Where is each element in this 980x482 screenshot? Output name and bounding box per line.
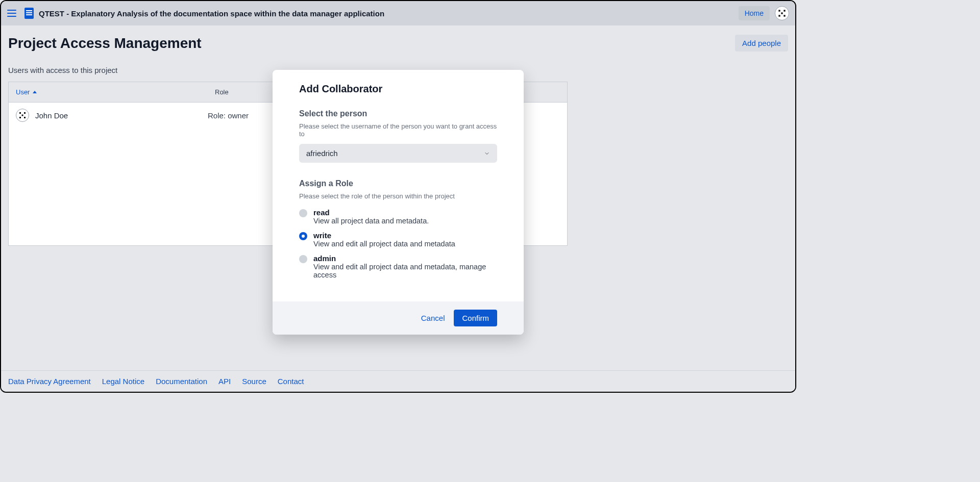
- role-option-read[interactable]: read View all project data and metadata.: [299, 208, 497, 225]
- user-name: John Doe: [35, 111, 68, 120]
- radio-icon[interactable]: [299, 255, 307, 263]
- role-desc: View all project data and metadata.: [313, 217, 429, 225]
- person-section-hint: Please select the username of the person…: [299, 122, 497, 138]
- footer-link[interactable]: Source: [242, 377, 266, 386]
- svg-rect-7: [22, 115, 23, 116]
- chevron-down-icon: [484, 150, 490, 157]
- identicon-icon: [18, 111, 27, 120]
- role-section-hint: Please select the role of the person wit…: [299, 192, 497, 200]
- svg-rect-5: [19, 112, 21, 114]
- svg-rect-2: [781, 12, 782, 14]
- home-button[interactable]: Home: [739, 6, 770, 20]
- footer-link[interactable]: Documentation: [156, 377, 207, 386]
- column-header-user-label: User: [16, 88, 30, 96]
- footer-link[interactable]: API: [218, 377, 231, 386]
- footer-link[interactable]: Contact: [278, 377, 304, 386]
- role-option-admin[interactable]: admin View and edit all project data and…: [299, 254, 497, 279]
- svg-rect-0: [778, 10, 780, 11]
- person-section-label: Select the person: [299, 109, 497, 118]
- role-desc: View and edit all project data and metad…: [313, 240, 455, 248]
- confirm-button[interactable]: Confirm: [454, 310, 497, 326]
- modal-footer: Cancel Confirm: [273, 301, 524, 335]
- document-icon: [24, 8, 34, 19]
- user-role: Role: owner: [208, 111, 249, 120]
- role-desc: View and edit all project data and metad…: [313, 263, 497, 279]
- column-header-user[interactable]: User: [9, 82, 208, 102]
- cancel-button[interactable]: Cancel: [421, 314, 445, 322]
- page-title: Project Access Management: [8, 35, 202, 52]
- user-avatar: [16, 109, 29, 122]
- role-title: admin: [313, 254, 497, 263]
- menu-icon[interactable]: [7, 7, 19, 19]
- radio-icon[interactable]: [299, 209, 307, 217]
- svg-rect-3: [778, 15, 780, 16]
- footer-link[interactable]: Legal Notice: [102, 377, 144, 386]
- footer: Data Privacy AgreementLegal NoticeDocume…: [1, 370, 795, 392]
- add-collaborator-modal: Add Collaborator Select the person Pleas…: [273, 70, 524, 335]
- svg-rect-1: [783, 10, 785, 11]
- svg-rect-6: [24, 112, 26, 114]
- svg-rect-8: [19, 117, 21, 118]
- svg-rect-4: [783, 15, 785, 16]
- role-option-write[interactable]: write View and edit all project data and…: [299, 231, 497, 248]
- topbar: QTEST - Explanatory Analysis of the docu…: [1, 1, 795, 26]
- sort-asc-icon: [33, 91, 37, 93]
- role-title: read: [313, 208, 429, 217]
- page-breadcrumb-title: QTEST - Explanatory Analysis of the docu…: [39, 9, 384, 18]
- add-people-button[interactable]: Add people: [735, 35, 788, 52]
- svg-rect-9: [24, 117, 26, 118]
- user-select-value: afriedrich: [306, 149, 338, 158]
- role-section-label: Assign a Role: [299, 179, 497, 188]
- user-select[interactable]: afriedrich: [299, 144, 497, 163]
- footer-link[interactable]: Data Privacy Agreement: [8, 377, 91, 386]
- role-title: write: [313, 231, 455, 240]
- radio-icon[interactable]: [299, 232, 307, 240]
- modal-title: Add Collaborator: [299, 83, 497, 95]
- avatar[interactable]: [775, 6, 789, 20]
- identicon-icon: [777, 8, 787, 18]
